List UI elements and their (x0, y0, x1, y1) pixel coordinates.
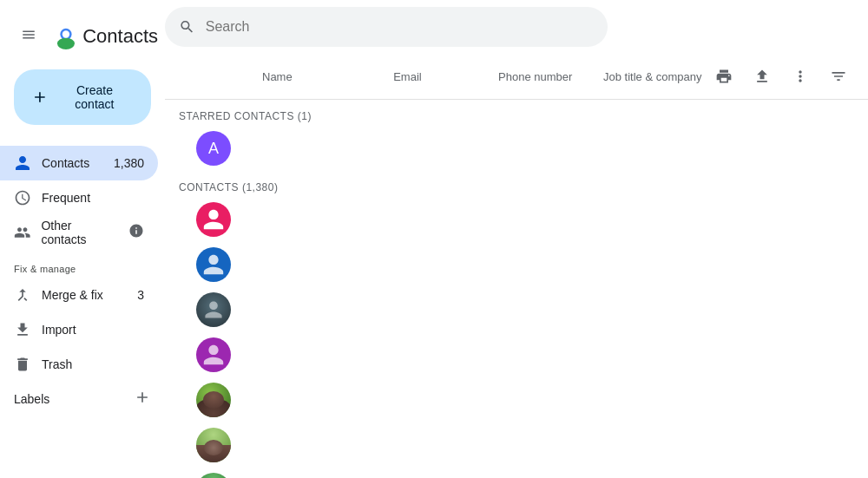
sidebar-item-import[interactable]: Import (0, 312, 158, 347)
sidebar-item-contacts[interactable]: Contacts 1,380 (0, 146, 158, 180)
avatar (196, 202, 231, 237)
contacts-list: STARRED CONTACTS (1) A CONTACTS (1,380) (165, 100, 868, 478)
app-logo (53, 21, 79, 52)
merge-label: Merge & fix (42, 288, 103, 302)
starred-section-header: STARRED CONTACTS (1) (165, 100, 868, 126)
fix-manage-label: Fix & manage (0, 257, 165, 278)
avatar-cell (165, 247, 262, 282)
contacts-section-header: CONTACTS (1,380) (165, 171, 868, 197)
table-row[interactable] (165, 242, 868, 287)
avatar-cell (165, 428, 262, 462)
header-name: Name (262, 70, 393, 83)
avatar-cell: A (165, 131, 262, 166)
print-button[interactable] (708, 61, 740, 92)
nav-section: Contacts 1,380 Frequent Other contacts (0, 146, 165, 257)
avatar-cell (165, 292, 262, 327)
contacts-nav-label: Contacts (42, 156, 89, 170)
hamburger-menu-button[interactable] (14, 17, 43, 52)
table-header: Name Email Phone number Job title & comp… (165, 54, 868, 100)
avatar-cell (165, 383, 262, 417)
search-icon (179, 18, 195, 36)
search-input[interactable] (206, 19, 594, 35)
create-contact-button[interactable]: Create contact (14, 69, 151, 125)
sidebar: Contacts Create contact Contacts 1,380 F… (0, 0, 165, 478)
other-contacts-icon (14, 224, 30, 241)
main-content: Name Email Phone number Job title & comp… (165, 0, 868, 478)
labels-title: Labels (14, 392, 49, 406)
contacts-count: 1,380 (114, 156, 144, 170)
sidebar-item-trash[interactable]: Trash (0, 347, 158, 382)
table-row[interactable] (165, 287, 868, 332)
sidebar-item-frequent[interactable]: Frequent (0, 180, 158, 215)
table-row[interactable] (165, 422, 868, 468)
more-options-button[interactable] (785, 61, 816, 92)
avatar-cell (165, 337, 262, 372)
avatar (196, 292, 231, 327)
table-row[interactable] (165, 468, 868, 478)
avatar: A (196, 131, 231, 166)
avatar (196, 428, 231, 462)
person-icon (14, 154, 31, 172)
export-button[interactable] (746, 61, 778, 92)
fix-manage-section: Fix & manage Merge & fix 3 Import Trash (0, 257, 165, 382)
table-row[interactable]: A (165, 126, 868, 171)
sidebar-item-other-contacts[interactable]: Other contacts (0, 215, 158, 250)
trash-icon (14, 356, 31, 373)
header-phone: Phone number (498, 70, 603, 83)
merge-count: 3 (137, 288, 144, 302)
search-bar (165, 7, 608, 47)
table-row[interactable] (165, 332, 868, 377)
add-icon (31, 88, 49, 106)
other-contacts-nav-label: Other contacts (41, 219, 118, 246)
avatar (196, 247, 231, 282)
trash-label: Trash (42, 357, 72, 371)
table-row[interactable] (165, 377, 868, 422)
sidebar-item-merge[interactable]: Merge & fix 3 (0, 278, 158, 312)
add-label-button[interactable] (134, 389, 151, 409)
avatar (196, 473, 231, 478)
avatar-cell (165, 202, 262, 237)
table-row[interactable] (165, 197, 868, 242)
sort-button[interactable] (823, 61, 854, 92)
app-title: Contacts (82, 25, 158, 48)
labels-section: Labels (0, 382, 165, 412)
merge-icon (14, 286, 31, 304)
svg-point-3 (62, 30, 69, 37)
frequent-icon (14, 189, 31, 206)
header-actions (708, 61, 868, 92)
search-container (165, 0, 868, 54)
import-label: Import (42, 323, 76, 337)
header-company: Job title & company (603, 70, 708, 83)
avatar-cell (165, 473, 262, 478)
import-icon (14, 321, 31, 338)
frequent-nav-label: Frequent (42, 191, 90, 205)
svg-point-2 (57, 38, 75, 49)
create-contact-label: Create contact (56, 83, 134, 111)
avatar (196, 383, 231, 417)
header-email: Email (393, 70, 498, 83)
avatar (196, 337, 231, 372)
other-contacts-info-icon[interactable] (128, 223, 144, 242)
